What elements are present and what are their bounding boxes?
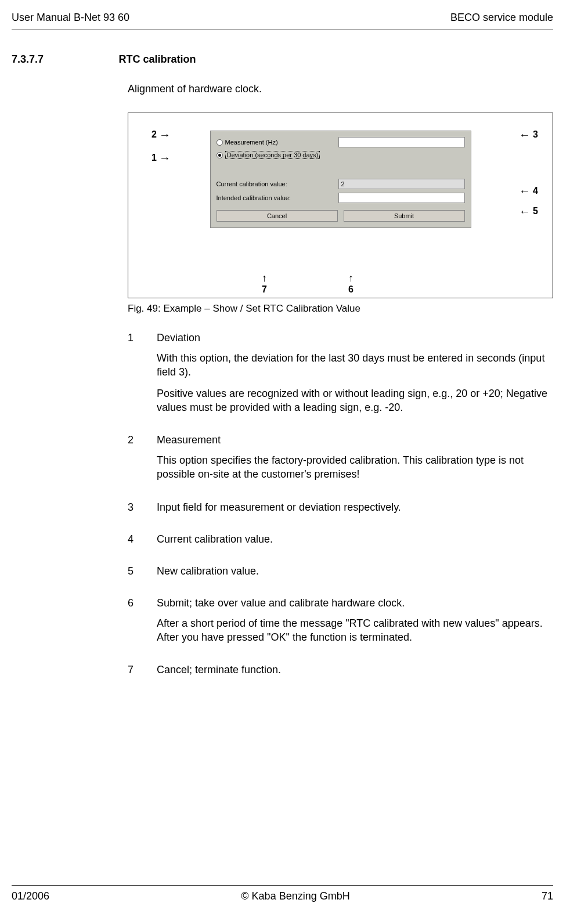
annotation-4: 4 (519, 186, 538, 196)
label-deviation: Deviation (seconds per 30 days) (225, 151, 320, 159)
list-title: New calibration value. (157, 565, 259, 577)
list-body: Submit; take over value and calibrate ha… (157, 597, 553, 652)
input-current: 2 (338, 179, 465, 189)
section-number: 7.3.7.7 (12, 53, 116, 66)
radio-deviation[interactable] (217, 152, 223, 158)
footer-right: 71 (542, 890, 553, 902)
bottom-annotations: 7 6 (262, 272, 353, 295)
list-item: 6Submit; take over value and calibrate h… (128, 597, 553, 652)
footer-center: © Kaba Benzing GmbH (241, 890, 349, 902)
header-right: BECO service module (450, 12, 553, 24)
list-number: 2 (128, 434, 157, 489)
list-paragraph: With this option, the deviation for the … (157, 351, 553, 380)
figure-box: 2 1 3 4 5 Measurement (Hz) Deviation (se… (128, 113, 553, 298)
annotation-3: 3 (519, 129, 538, 140)
list-body: Cancel; terminate function. (157, 664, 281, 683)
list-item: 7Cancel; terminate function. (128, 664, 553, 683)
list-title: Measurement (157, 434, 553, 446)
list-title: Input field for measurement or deviation… (157, 501, 401, 514)
list-paragraph: Positive values are recognized with or w… (157, 386, 553, 415)
list-body: DeviationWith this option, the deviation… (157, 332, 553, 421)
list-item: 1DeviationWith this option, the deviatio… (128, 332, 553, 421)
header-left: User Manual B-Net 93 60 (12, 12, 129, 24)
label-current: Current calibration value: (217, 180, 287, 187)
list-paragraph: This option specifies the factory-provid… (157, 453, 553, 482)
label-intended: Intended calibration value: (217, 194, 291, 201)
list-item: 2MeasurementThis option specifies the fa… (128, 434, 553, 489)
list-number: 7 (128, 664, 157, 683)
annotation-1: 1 (151, 153, 171, 163)
annotation-5: 5 (519, 206, 538, 216)
annotation-6: 6 (348, 272, 353, 295)
list-body: Input field for measurement or deviation… (157, 501, 401, 521)
section-heading: 7.3.7.7 RTC calibration (12, 53, 553, 66)
list-number: 1 (128, 332, 157, 421)
list-number: 5 (128, 565, 157, 584)
figure-caption: Fig. 49: Example – Show / Set RTC Calibr… (128, 303, 553, 315)
page-footer: 01/2006 © Kaba Benzing GmbH 71 (12, 885, 553, 902)
annotation-2: 2 (151, 129, 171, 140)
list-number: 3 (128, 501, 157, 521)
footer-left: 01/2006 (12, 890, 49, 902)
list-number: 4 (128, 533, 157, 552)
list-number: 6 (128, 597, 157, 652)
list-body: Current calibration value. (157, 533, 273, 552)
intro-text: Alignment of hardware clock. (128, 83, 553, 95)
input-intended[interactable] (338, 193, 465, 203)
list-title: Submit; take over value and calibrate ha… (157, 597, 553, 609)
section-title: RTC calibration (118, 53, 196, 65)
list-title: Cancel; terminate function. (157, 664, 281, 676)
page-header: User Manual B-Net 93 60 BECO service mod… (12, 12, 553, 30)
list-item: 5New calibration value. (128, 565, 553, 584)
cancel-button[interactable]: Cancel (217, 210, 338, 222)
list-item: 4Current calibration value. (128, 533, 553, 552)
submit-button[interactable]: Submit (344, 210, 465, 222)
list-title: Deviation (157, 332, 553, 344)
rtc-dialog: Measurement (Hz) Deviation (seconds per … (210, 131, 471, 228)
radio-measurement[interactable] (217, 139, 223, 146)
annotation-7: 7 (262, 272, 267, 295)
input-measurement[interactable] (338, 137, 465, 147)
list-body: New calibration value. (157, 565, 259, 584)
list-body: MeasurementThis option specifies the fac… (157, 434, 553, 489)
list-title: Current calibration value. (157, 533, 273, 545)
list-paragraph: After a short period of time the message… (157, 616, 553, 645)
list-item: 3Input field for measurement or deviatio… (128, 501, 553, 521)
label-measurement: Measurement (Hz) (225, 139, 278, 146)
